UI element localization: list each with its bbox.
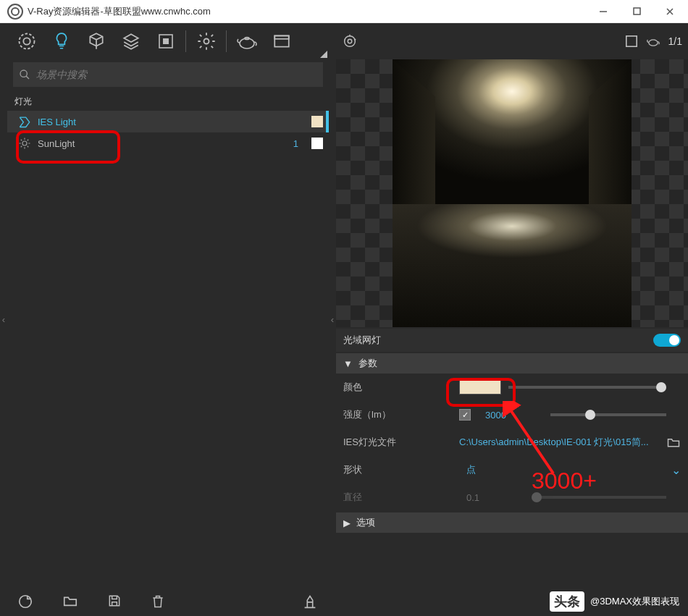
- accordion-params[interactable]: ▼ 参数: [336, 353, 688, 374]
- chevron-down-icon[interactable]: ⌄: [671, 463, 681, 477]
- watermark: 头条 @3DMAX效果图表现: [550, 591, 679, 612]
- accordion-label: 参数: [358, 357, 377, 370]
- diameter-slider: [532, 496, 666, 499]
- accordion-options[interactable]: ▶ 选项: [336, 512, 688, 533]
- geometry-icon[interactable]: [80, 25, 113, 58]
- sun-light-icon: [17, 137, 32, 150]
- panel-title-label: 光域网灯: [343, 334, 381, 347]
- title-bar: V-Ray资源编辑器-草图联盟www.cnwhc.com: [0, 0, 688, 23]
- color-swatch: [311, 138, 323, 149]
- param-label: 颜色: [343, 381, 452, 394]
- shape-value[interactable]: 点: [459, 463, 524, 476]
- color-picker[interactable]: [459, 380, 501, 395]
- section-label-lights: 灯光: [7, 90, 329, 111]
- left-panel: 灯光 IES Light SunLight 1: [7, 23, 329, 616]
- aspect-ratio-label[interactable]: 1/1: [668, 35, 682, 47]
- svg-rect-8: [274, 35, 289, 46]
- app-logo-icon: [7, 4, 23, 20]
- add-button[interactable]: [17, 594, 33, 609]
- maximize-button[interactable]: [620, 0, 653, 23]
- color-slider[interactable]: [508, 386, 666, 389]
- svg-point-13: [345, 36, 356, 47]
- svg-point-5: [204, 39, 209, 44]
- chevron-down-icon: ▼: [343, 358, 353, 369]
- render-teapot-small-icon[interactable]: [645, 35, 661, 48]
- svg-rect-9: [274, 35, 289, 38]
- param-intensity: 强度（lm） ✓ 3000: [336, 401, 688, 429]
- accordion-label: 选项: [356, 516, 375, 529]
- iesfile-path[interactable]: C:\Users\admin\Desktop\IE-001 灯光\015简...: [459, 436, 659, 449]
- svg-point-14: [348, 39, 352, 43]
- layers-icon[interactable]: [114, 25, 148, 58]
- svg-point-2: [23, 38, 30, 44]
- left-collapse-handle[interactable]: ‹: [0, 23, 7, 616]
- watermark-badge: 头条: [550, 591, 584, 612]
- list-item-label: SunLight: [38, 138, 288, 149]
- svg-point-1: [20, 34, 35, 49]
- toolbar-expand-icon[interactable]: [320, 51, 327, 58]
- panel-header: 光域网灯: [336, 329, 688, 352]
- save-button[interactable]: [107, 594, 122, 609]
- render-teapot-icon[interactable]: [230, 25, 264, 58]
- search-input[interactable]: [36, 69, 317, 80]
- preview-toolbar: 1/1: [336, 23, 688, 59]
- intensity-slider[interactable]: [550, 413, 666, 416]
- param-shape: 形状 点 ⌄: [336, 456, 688, 484]
- param-iesfile: IES灯光文件 C:\Users\admin\Desktop\IE-001 灯光…: [336, 429, 688, 456]
- right-panel: 1/1 光域网灯 ▼ 参数 颜色: [336, 23, 688, 616]
- open-button[interactable]: [62, 594, 78, 609]
- purge-button[interactable]: [301, 594, 319, 609]
- mid-collapse-handle[interactable]: ‹: [329, 23, 336, 616]
- svg-point-16: [648, 40, 657, 46]
- lights-icon[interactable]: [45, 25, 78, 58]
- svg-point-11: [22, 141, 27, 145]
- list-item-label: IES Light: [38, 117, 306, 127]
- search-box[interactable]: [13, 62, 323, 87]
- textures-icon[interactable]: [149, 25, 183, 58]
- minimize-button[interactable]: [587, 0, 620, 23]
- param-color: 颜色: [336, 374, 688, 401]
- asset-list: IES Light SunLight 1: [7, 111, 329, 587]
- category-toolbar: [7, 23, 329, 59]
- param-diameter: 直径 0.1: [336, 484, 688, 511]
- settings-icon[interactable]: [190, 25, 223, 58]
- color-swatch: [311, 116, 323, 127]
- browse-folder-icon[interactable]: [666, 436, 681, 449]
- preview-refresh-icon[interactable]: [342, 33, 358, 49]
- chevron-right-icon: ▶: [343, 518, 351, 528]
- param-label: IES灯光文件: [343, 436, 452, 449]
- preview-viewport: [336, 59, 688, 327]
- enable-toggle[interactable]: [653, 334, 681, 347]
- intensity-checkbox[interactable]: ✓: [459, 409, 471, 421]
- param-label: 直径: [343, 491, 452, 504]
- watermark-text: @3DMAX效果图表现: [590, 595, 679, 608]
- preview-render: [393, 59, 632, 327]
- list-item-count: 1: [293, 138, 298, 149]
- left-footer: [7, 587, 329, 616]
- search-icon: [19, 69, 30, 80]
- list-item[interactable]: IES Light: [7, 111, 329, 132]
- svg-rect-0: [634, 8, 640, 14]
- svg-point-12: [20, 596, 32, 608]
- intensity-value[interactable]: 3000: [478, 410, 543, 421]
- delete-button[interactable]: [151, 594, 165, 609]
- selection-edge: [326, 111, 329, 132]
- window-title: V-Ray资源编辑器-草图联盟www.cnwhc.com: [28, 5, 587, 18]
- close-button[interactable]: [653, 0, 687, 23]
- svg-rect-15: [626, 36, 636, 46]
- ies-light-icon: [17, 115, 32, 128]
- diameter-value: 0.1: [459, 492, 524, 503]
- aspect-square-icon[interactable]: [625, 35, 638, 48]
- param-label: 强度（lm）: [343, 408, 452, 421]
- framebuffer-icon[interactable]: [265, 25, 298, 58]
- list-item[interactable]: SunLight 1: [7, 132, 329, 154]
- svg-point-10: [20, 70, 27, 77]
- svg-rect-4: [163, 38, 169, 44]
- param-label: 形状: [343, 463, 452, 476]
- materials-icon[interactable]: [10, 25, 43, 58]
